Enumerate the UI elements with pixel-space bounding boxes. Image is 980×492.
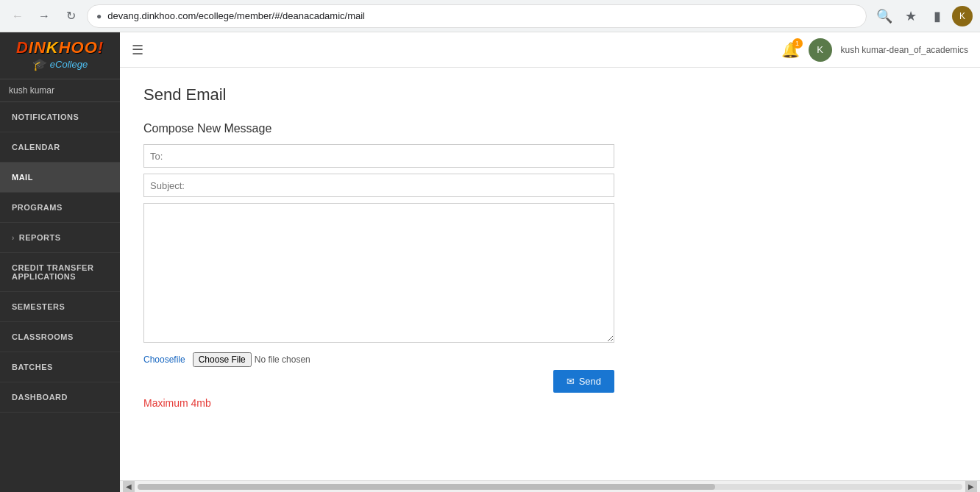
reports-label: REPORTS (19, 233, 61, 242)
sidebar-item-dashboard[interactable]: Dashboard (0, 382, 120, 413)
semesters-label: SEMESTERS (12, 302, 65, 311)
sidebar-item-calendar[interactable]: CALENDAR (0, 132, 120, 163)
chevron-right-icon: › (12, 234, 15, 242)
notification-badge: 1 (792, 38, 803, 49)
content-wrapper: Send Email Compose New Message Choosefil… (120, 68, 980, 480)
secure-icon: ● (96, 11, 102, 21)
hamburger-icon[interactable]: ☰ (132, 42, 143, 58)
content-inner: Send Email Compose New Message Choosefil… (120, 68, 980, 480)
message-field-group (143, 203, 622, 345)
cap-icon: 🎓 (32, 57, 47, 71)
sidebar-item-classrooms[interactable]: CLASSROOMS (0, 322, 120, 352)
batches-label: BATCHES (12, 363, 53, 371)
sidebar-item-reports[interactable]: › REPORTS (0, 223, 120, 253)
forward-button[interactable]: → (34, 6, 54, 26)
search-browser-button[interactable]: 🔍 (873, 4, 896, 28)
calendar-label: CALENDAR (12, 143, 60, 151)
ecollege-label: eCollege (50, 59, 88, 70)
classrooms-label: CLASSROOMS (12, 332, 74, 341)
logo-main: DINKHOO! (6, 40, 114, 56)
page-title: Send Email (143, 85, 956, 104)
sidebar-item-semesters[interactable]: SEMESTERS (0, 292, 120, 322)
main-area: ☰ 🔔 1 K kush kumar-dean_of_academics Sen… (120, 32, 980, 492)
extension-button[interactable]: ▮ (926, 4, 949, 28)
sidebar-item-programs[interactable]: PROGRAMS (0, 193, 120, 223)
sidebar-user-name: kush kumar (0, 79, 120, 102)
top-bar: ☰ 🔔 1 K kush kumar-dean_of_academics (120, 32, 980, 68)
logo-sub: 🎓 eCollege (6, 57, 114, 71)
user-avatar[interactable]: K (809, 38, 832, 62)
compose-section: Compose New Message Choosefile (143, 122, 622, 409)
sidebar: DINKHOO! 🎓 eCollege kush kumar NOTIFICAT… (0, 32, 120, 492)
scroll-track[interactable] (138, 484, 962, 490)
to-input[interactable] (143, 144, 614, 168)
attachment-row: Choosefile (143, 352, 622, 367)
send-button[interactable]: ✉ Send (553, 370, 614, 393)
subject-field-group (143, 174, 622, 197)
send-icon: ✉ (567, 376, 575, 387)
horizontal-scrollbar[interactable]: ◀ ▶ (120, 480, 980, 492)
sidebar-item-credit-transfer[interactable]: CREDIT TRANSFER APPLICATIONS (0, 253, 120, 292)
send-row: ✉ Send (143, 370, 614, 393)
app-container: DINKHOO! 🎓 eCollege kush kumar NOTIFICAT… (0, 32, 980, 492)
file-input[interactable] (193, 352, 360, 367)
scroll-right-arrow[interactable]: ▶ (965, 481, 977, 493)
subject-input[interactable] (143, 174, 614, 197)
programs-label: PROGRAMS (12, 203, 63, 212)
sidebar-item-batches[interactable]: BATCHES (0, 352, 120, 382)
url-text: devang.dinkhoo.com/ecollege/member/#/dea… (107, 10, 857, 21)
sidebar-item-mail[interactable]: MAIL (0, 163, 120, 193)
sidebar-item-notifications[interactable]: NOTIFICATIONS (0, 102, 120, 132)
credit-transfer-label: CREDIT TRANSFER APPLICATIONS (12, 263, 108, 281)
dashboard-label: Dashboard (12, 393, 68, 402)
reload-button[interactable]: ↻ (60, 6, 81, 26)
bookmark-button[interactable]: ★ (899, 4, 923, 28)
message-textarea[interactable] (143, 203, 614, 343)
user-label: kush kumar-dean_of_academics (841, 45, 968, 55)
browser-profile-button[interactable]: K (952, 6, 973, 26)
address-bar[interactable]: ● devang.dinkhoo.com/ecollege/member/#/d… (87, 4, 867, 28)
max-file-note: Maximum 4mb (143, 397, 622, 409)
compose-title: Compose New Message (143, 122, 622, 135)
scroll-left-arrow[interactable]: ◀ (123, 481, 135, 493)
send-label: Send (579, 376, 601, 387)
notification-icon-button[interactable]: 🔔 1 (781, 41, 800, 59)
back-button[interactable]: ← (7, 6, 28, 26)
mail-label: MAIL (12, 173, 33, 182)
notifications-label: NOTIFICATIONS (12, 113, 79, 121)
browser-actions: 🔍 ★ ▮ K (873, 4, 973, 28)
scroll-thumb[interactable] (138, 484, 715, 490)
to-field-group (143, 144, 622, 168)
logo-area: DINKHOO! 🎓 eCollege (0, 32, 120, 79)
choosefile-label[interactable]: Choosefile (143, 354, 185, 365)
browser-bar: ← → ↻ ● devang.dinkhoo.com/ecollege/memb… (0, 0, 980, 32)
